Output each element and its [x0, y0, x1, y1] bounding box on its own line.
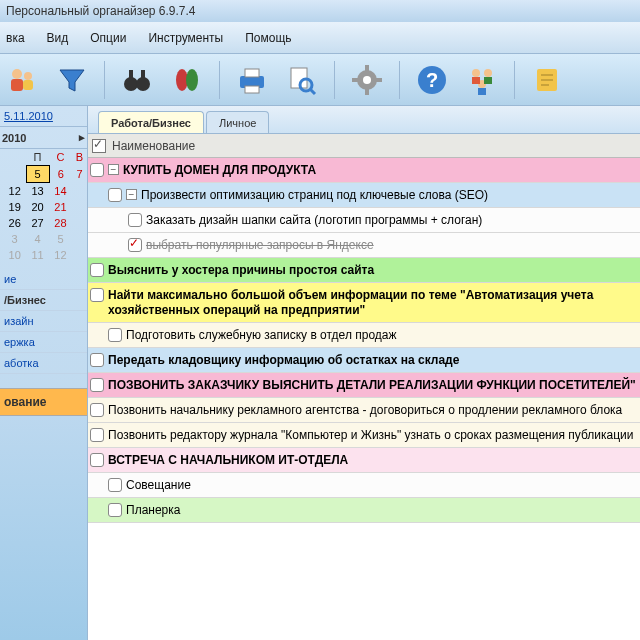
svg-rect-11: [245, 69, 259, 77]
svg-rect-27: [472, 77, 480, 84]
task-row[interactable]: Подготовить служебную записку в отдел пр…: [88, 323, 640, 348]
svg-rect-12: [245, 86, 259, 93]
title-bar: Персональный органайзер 6.9.7.4: [0, 0, 640, 22]
task-row[interactable]: Позвонить начальнику рекламного агентств…: [88, 398, 640, 423]
toolbar: ?: [0, 54, 640, 106]
binoculars-icon[interactable]: [117, 60, 157, 100]
date-link[interactable]: 5.11.2010: [0, 106, 87, 127]
checkbox[interactable]: [90, 263, 104, 277]
task-row[interactable]: Совещание: [88, 473, 640, 498]
menu-help[interactable]: Помощь: [245, 31, 291, 45]
svg-point-2: [24, 72, 32, 80]
printer-icon[interactable]: [232, 60, 272, 100]
sidebar: 5.11.2010 2010 ▸ ПСВ 567 121314 192021 2…: [0, 106, 88, 640]
checkbox[interactable]: [90, 428, 104, 442]
task-row[interactable]: ВСТРЕЧА С НАЧАЛЬНИКОМ ИТ-ОТДЕЛА: [88, 448, 640, 473]
task-list[interactable]: −КУПИТЬ ДОМЕН ДЛЯ ПРОДУКТА −Произвести о…: [88, 158, 640, 640]
tab-strip: Работа/Бизнес Личное: [88, 106, 640, 134]
checkbox[interactable]: [128, 213, 142, 227]
menu-bar: вка Вид Опции Инструменты Помощь: [0, 22, 640, 54]
help-icon[interactable]: ?: [412, 60, 452, 100]
svg-point-17: [363, 76, 371, 84]
calendar[interactable]: ПСВ 567 121314 192021 262728 345 101112: [0, 149, 87, 263]
sidebar-item[interactable]: /Бизнес: [0, 290, 87, 311]
menu-view[interactable]: Вид: [47, 31, 69, 45]
group-icon[interactable]: [462, 60, 502, 100]
svg-point-25: [484, 69, 492, 77]
funnel-icon[interactable]: [52, 60, 92, 100]
checkbox[interactable]: [90, 378, 104, 392]
checkbox[interactable]: [108, 503, 122, 517]
month-label: 2010: [2, 132, 26, 144]
tab-work[interactable]: Работа/Бизнес: [98, 111, 204, 133]
sidebar-item[interactable]: изайн: [0, 311, 87, 332]
checkbox[interactable]: [108, 328, 122, 342]
task-row[interactable]: ПОЗВОНИТЬ ЗАКАЗЧИКУ ВЫЯСНИТЬ ДЕТАЛИ РЕАЛ…: [88, 373, 640, 398]
sidebar-section[interactable]: ование: [0, 388, 87, 416]
svg-rect-7: [141, 70, 145, 80]
menu-tools[interactable]: Инструменты: [148, 31, 223, 45]
month-next-icon[interactable]: ▸: [79, 131, 85, 144]
svg-rect-29: [478, 88, 486, 95]
app-title: Персональный органайзер 6.9.7.4: [6, 4, 196, 18]
column-name: Наименование: [112, 139, 195, 153]
checkbox[interactable]: [128, 238, 142, 252]
task-row[interactable]: выбрать популярные запросы в Яндексе: [88, 233, 640, 258]
header-checkbox-icon[interactable]: [92, 139, 106, 153]
sidebar-item[interactable]: ие: [0, 269, 87, 290]
svg-line-15: [310, 89, 315, 94]
svg-rect-20: [352, 78, 358, 82]
attachment-icon[interactable]: [167, 60, 207, 100]
task-row[interactable]: Передать кладовщику информацию об остатк…: [88, 348, 640, 373]
gear-icon[interactable]: [347, 60, 387, 100]
month-header: 2010 ▸: [0, 127, 87, 149]
task-row[interactable]: Планерка: [88, 498, 640, 523]
svg-rect-21: [376, 78, 382, 82]
note-icon[interactable]: [527, 60, 567, 100]
task-row[interactable]: −Произвести оптимизацию страниц под ключ…: [88, 183, 640, 208]
svg-point-0: [12, 69, 22, 79]
checkbox[interactable]: [90, 453, 104, 467]
preview-icon[interactable]: [282, 60, 322, 100]
checkbox[interactable]: [90, 288, 104, 302]
svg-rect-3: [23, 80, 33, 90]
task-row[interactable]: −КУПИТЬ ДОМЕН ДЛЯ ПРОДУКТА: [88, 158, 640, 183]
svg-point-9: [186, 69, 198, 91]
tab-personal[interactable]: Личное: [206, 111, 269, 133]
svg-rect-19: [365, 89, 369, 95]
task-row[interactable]: Заказать дизайн шапки сайта (логотип про…: [88, 208, 640, 233]
sidebar-item[interactable]: аботка: [0, 353, 87, 374]
collapse-icon[interactable]: −: [126, 189, 137, 200]
checkbox[interactable]: [90, 403, 104, 417]
menu-edit[interactable]: вка: [6, 31, 25, 45]
svg-point-24: [472, 69, 480, 77]
task-row[interactable]: Позвонить редактору журнала "Компьютер и…: [88, 423, 640, 448]
sidebar-item[interactable]: ержка: [0, 332, 87, 353]
task-row[interactable]: Найти максимально большой объем информац…: [88, 283, 640, 323]
list-header: Наименование: [88, 134, 640, 158]
people-icon[interactable]: [2, 60, 42, 100]
svg-rect-6: [129, 70, 133, 80]
svg-rect-28: [484, 77, 492, 84]
svg-rect-18: [365, 65, 369, 71]
svg-text:?: ?: [426, 69, 438, 91]
checkbox[interactable]: [108, 478, 122, 492]
menu-options[interactable]: Опции: [90, 31, 126, 45]
svg-rect-1: [11, 79, 23, 91]
collapse-icon[interactable]: −: [108, 164, 119, 175]
checkbox[interactable]: [90, 353, 104, 367]
content-area: Работа/Бизнес Личное Наименование −КУПИТ…: [88, 106, 640, 640]
task-row[interactable]: Выяснить у хостера причины простоя сайта: [88, 258, 640, 283]
checkbox[interactable]: [90, 163, 104, 177]
checkbox[interactable]: [108, 188, 122, 202]
